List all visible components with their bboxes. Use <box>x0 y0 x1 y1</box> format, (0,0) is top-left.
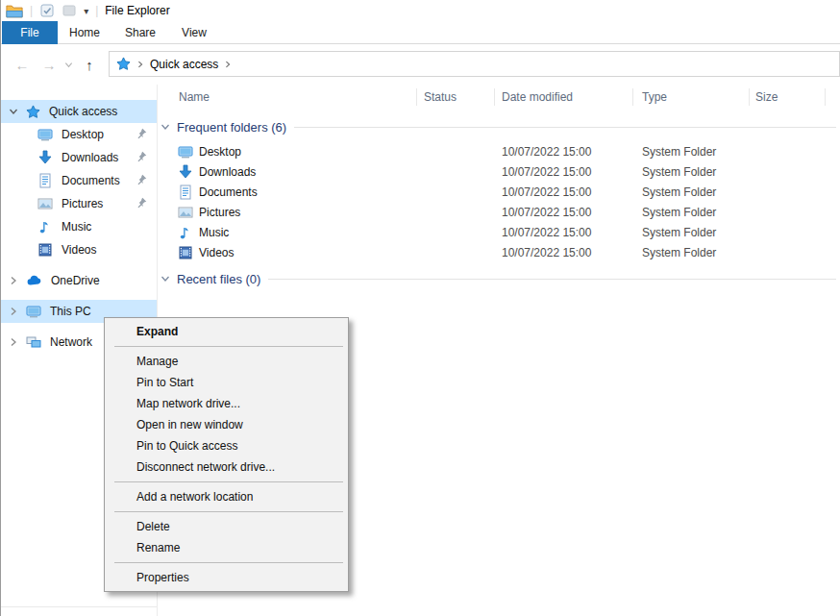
row-name: Pictures <box>199 206 240 219</box>
videos-icon <box>37 242 53 258</box>
quick-access-star-icon <box>116 57 131 71</box>
sidebar-item-music[interactable]: Music <box>1 215 157 238</box>
file-explorer-window: | ▾ | File Explorer File Home Share View… <box>0 0 840 616</box>
menu-item-manage[interactable]: Manage <box>105 351 348 372</box>
network-icon <box>26 334 41 350</box>
file-row-music[interactable]: Music 10/07/2022 15:00 System Folder <box>158 223 840 243</box>
sidebar-bottom-divider <box>1 606 157 607</box>
tab-view[interactable]: View <box>171 21 217 44</box>
file-row-videos[interactable]: Videos 10/07/2022 15:00 System Folder <box>158 243 840 263</box>
forward-icon[interactable]: → <box>37 45 61 84</box>
column-header-size[interactable]: Size <box>755 86 778 107</box>
sidebar-item-label: Network <box>50 335 92 349</box>
row-date-modified: 10/07/2022 15:00 <box>502 165 591 179</box>
menu-item-rename[interactable]: Rename <box>105 537 348 558</box>
file-row-downloads[interactable]: Downloads 10/07/2022 15:00 System Folder <box>158 162 840 183</box>
menu-item-expand[interactable]: Expand <box>105 321 348 342</box>
this-pc-icon <box>26 304 41 319</box>
menu-item-open-in-new-window[interactable]: Open in new window <box>105 414 348 435</box>
sidebar-item-documents[interactable]: Documents <box>1 169 157 192</box>
menu-item-pin-to-start[interactable]: Pin to Start <box>105 372 348 393</box>
tab-home[interactable]: Home <box>61 21 109 44</box>
row-date-modified: 10/07/2022 15:00 <box>502 246 591 259</box>
desktop-icon <box>178 144 193 160</box>
file-row-pictures[interactable]: Pictures 10/07/2022 15:00 System Folder <box>158 203 840 223</box>
pictures-icon <box>37 196 53 211</box>
menu-item-delete[interactable]: Delete <box>105 516 348 537</box>
column-header-name[interactable]: Name <box>179 86 210 107</box>
column-header-type[interactable]: Type <box>642 86 667 107</box>
chevron-right-icon[interactable] <box>136 61 144 68</box>
row-name: Videos <box>199 246 234 259</box>
row-date-modified: 10/07/2022 15:00 <box>502 226 591 239</box>
documents-icon <box>178 185 193 200</box>
row-name: Downloads <box>199 165 256 179</box>
sidebar-item-label: Music <box>62 220 91 234</box>
chevron-down-icon[interactable] <box>161 274 170 283</box>
pin-icon <box>135 127 148 140</box>
sidebar-item-label: OneDrive <box>51 274 100 287</box>
row-name: Desktop <box>199 145 241 159</box>
column-header-date-modified[interactable]: Date modified <box>502 86 573 107</box>
column-header-status[interactable]: Status <box>424 86 457 107</box>
sidebar-item-quick-access[interactable]: Quick access <box>1 100 157 123</box>
column-divider[interactable] <box>749 88 750 106</box>
window-title: File Explorer <box>105 4 169 17</box>
group-header-label: Frequent folders (6) <box>177 120 286 135</box>
explorer-logo-icon <box>6 4 23 18</box>
menu-separator <box>114 511 343 512</box>
new-folder-button[interactable] <box>62 3 77 18</box>
group-header-recent-files[interactable]: Recent files (0) <box>161 270 836 287</box>
pictures-icon <box>178 205 193 220</box>
group-rule <box>294 127 836 128</box>
menu-item-properties[interactable]: Properties <box>105 567 348 588</box>
group-header-frequent-folders[interactable]: Frequent folders (6) <box>161 118 836 136</box>
menu-item-pin-to-quick-access[interactable]: Pin to Quick access <box>105 435 348 456</box>
row-name: Documents <box>199 185 258 199</box>
downloads-icon <box>37 150 53 165</box>
column-divider[interactable] <box>825 88 826 106</box>
row-date-modified: 10/07/2022 15:00 <box>502 206 591 219</box>
breadcrumb-quick-access[interactable]: Quick access <box>150 58 218 71</box>
quick-access-star-icon <box>26 105 40 119</box>
sidebar-item-label: Pictures <box>62 197 103 210</box>
sidebar-item-downloads[interactable]: Downloads <box>1 146 157 169</box>
sidebar-item-onedrive[interactable]: OneDrive <box>1 269 157 292</box>
chevron-right-icon[interactable] <box>9 337 18 347</box>
group-header-label: Recent files (0) <box>177 272 260 286</box>
column-divider[interactable] <box>416 88 417 106</box>
file-row-documents[interactable]: Documents 10/07/2022 15:00 System Folder <box>158 183 840 203</box>
chevron-right-icon[interactable] <box>224 61 232 68</box>
sidebar-item-pictures[interactable]: Pictures <box>1 192 157 215</box>
row-date-modified: 10/07/2022 15:00 <box>502 185 591 199</box>
tab-file[interactable]: File <box>2 21 58 44</box>
properties-button[interactable] <box>39 3 55 18</box>
history-dropdown-icon[interactable] <box>61 45 76 84</box>
chevron-down-icon[interactable] <box>9 107 18 116</box>
up-icon[interactable]: ↑ <box>78 45 101 84</box>
qat-separator: | <box>30 4 33 17</box>
address-bar[interactable]: Quick access <box>109 51 840 77</box>
music-icon <box>178 225 193 240</box>
file-row-desktop[interactable]: Desktop 10/07/2022 15:00 System Folder <box>158 142 840 162</box>
sidebar-item-videos[interactable]: Videos <box>1 238 157 261</box>
column-divider[interactable] <box>494 88 495 106</box>
sidebar-item-label: Desktop <box>62 128 104 141</box>
column-divider[interactable] <box>632 88 633 106</box>
row-type: System Folder <box>642 246 716 259</box>
menu-item-add-a-network-location[interactable]: Add a network location <box>105 486 348 507</box>
menu-item-map-network-drive[interactable]: Map network drive... <box>105 393 348 414</box>
customize-toolbar-dropdown-icon[interactable]: ▾ <box>84 6 88 16</box>
back-icon[interactable]: ← <box>11 45 34 84</box>
chevron-down-icon[interactable] <box>161 122 170 132</box>
row-type: System Folder <box>642 165 716 179</box>
sidebar-item-label: Downloads <box>62 151 118 164</box>
chevron-right-icon[interactable] <box>9 307 18 316</box>
sidebar-item-desktop[interactable]: Desktop <box>1 123 157 146</box>
group-rule <box>268 279 836 280</box>
tab-share[interactable]: Share <box>115 21 165 44</box>
pin-icon <box>135 150 148 163</box>
chevron-right-icon[interactable] <box>9 276 18 285</box>
menu-separator <box>114 562 343 563</box>
menu-item-disconnect-network-drive[interactable]: Disconnect network drive... <box>105 456 348 478</box>
